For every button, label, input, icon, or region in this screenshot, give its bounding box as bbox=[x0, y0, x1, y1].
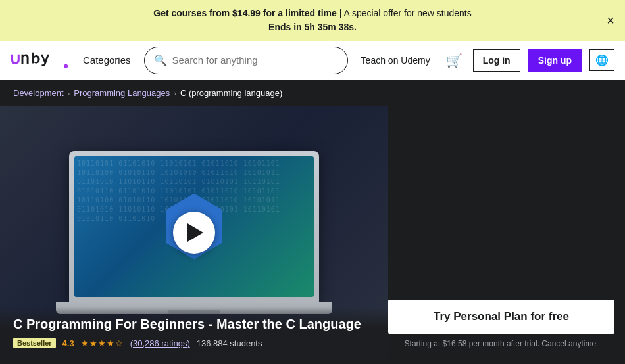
breadcrumb-sep-1: › bbox=[68, 89, 70, 97]
banner-bold-text: Get courses from $14.99 for a limited ti… bbox=[153, 8, 337, 18]
breadcrumb-sep-2: › bbox=[174, 89, 176, 97]
breadcrumb-development[interactable]: Development bbox=[13, 88, 64, 98]
svg-point-0 bbox=[64, 64, 68, 68]
signup-button[interactable]: Sign up bbox=[528, 49, 582, 72]
breadcrumb-current: C (programming language) bbox=[180, 88, 282, 98]
star-rating: ★★★★☆ bbox=[81, 338, 124, 348]
main-area: Development › Programming Languages › C … bbox=[0, 80, 625, 359]
teach-on-udemy-link[interactable]: Teach on Udemy bbox=[356, 55, 436, 66]
rating-number: 4.3 bbox=[63, 338, 74, 348]
banner-countdown: Ends in 5h 35m 38s. bbox=[268, 22, 357, 32]
breadcrumb-programming-languages[interactable]: Programming Languages bbox=[74, 88, 170, 98]
banner-regular-text: | A special offer for new students bbox=[337, 8, 472, 18]
banner-text: Get courses from $14.99 for a limited ti… bbox=[153, 8, 472, 32]
logo-svg bbox=[11, 49, 70, 72]
search-input[interactable] bbox=[172, 55, 338, 66]
try-personal-plan-button[interactable]: Try Personal Plan for free bbox=[388, 300, 614, 334]
course-meta: Bestseller 4.3 ★★★★☆ (30,286 ratings) 13… bbox=[13, 338, 375, 348]
bestseller-badge: Bestseller bbox=[13, 338, 56, 348]
course-title: C Programming For Beginners - Master the… bbox=[13, 315, 375, 332]
search-bar: 🔍 bbox=[144, 47, 348, 74]
rating-count[interactable]: (30,286 ratings) bbox=[130, 338, 190, 348]
bottom-info: C Programming For Beginners - Master the… bbox=[0, 307, 388, 359]
starting-at-text: Starting at $16.58 per month after trial… bbox=[388, 339, 614, 348]
banner-close-button[interactable]: × bbox=[607, 14, 614, 27]
cart-button[interactable]: 🛒 bbox=[443, 53, 465, 68]
udemy-logo[interactable] bbox=[11, 49, 70, 72]
video-panel: 10110101 01101010 11010101 01011010 1010… bbox=[0, 106, 388, 359]
breadcrumb: Development › Programming Languages › C … bbox=[0, 80, 625, 106]
student-count: 136,884 students bbox=[197, 338, 262, 348]
categories-button[interactable]: Categories bbox=[78, 52, 136, 68]
play-icon bbox=[188, 223, 203, 242]
login-button[interactable]: Log in bbox=[473, 49, 520, 72]
navbar: Categories 🔍 Teach on Udemy 🛒 Log in Sig… bbox=[0, 41, 625, 80]
search-icon: 🔍 bbox=[154, 54, 167, 66]
promo-banner: Get courses from $14.99 for a limited ti… bbox=[0, 0, 625, 41]
language-button[interactable]: 🌐 bbox=[589, 49, 614, 71]
content-row: 10110101 01101010 11010101 01011010 1010… bbox=[0, 106, 625, 359]
play-button[interactable] bbox=[173, 212, 215, 254]
right-panel: Try Personal Plan for free Starting at $… bbox=[388, 106, 625, 359]
